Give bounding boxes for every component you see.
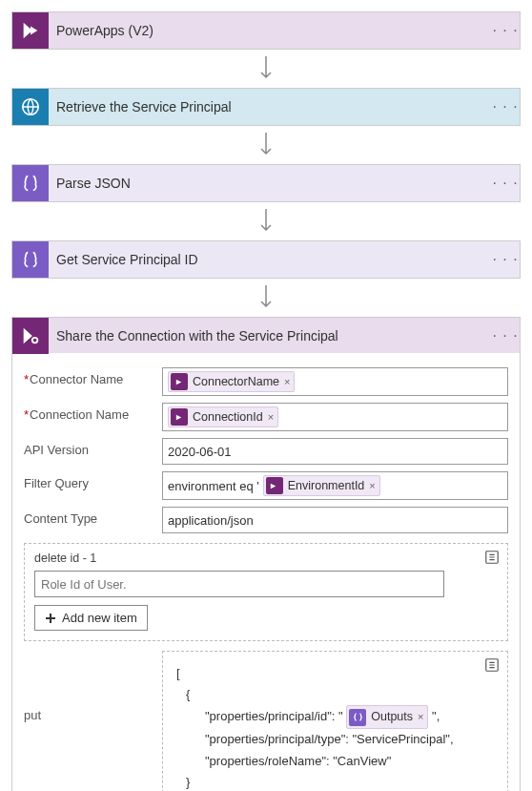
step-menu-button[interactable]: · · · [491, 251, 520, 268]
powerapps-icon [12, 12, 49, 49]
flow-step-powerapps[interactable]: PowerApps (V2) · · · [11, 11, 521, 50]
token-icon [171, 408, 188, 426]
step-title: PowerApps (V2) [49, 23, 491, 38]
globe-icon [12, 89, 49, 125]
token-outputs[interactable]: Outputs × [346, 705, 428, 729]
arrow-down-icon [11, 202, 521, 240]
delete-id-section: delete id - 1 Add new item [24, 543, 508, 641]
share-icon [12, 318, 49, 354]
token-environment-id[interactable]: EnvironmentId × [263, 475, 380, 496]
put-body-input[interactable]: [ { "properties/principal/id": " Outputs… [162, 651, 508, 791]
flow-step-get-sp-id[interactable]: Get Service Principal ID · · · [11, 240, 521, 279]
token-remove-icon[interactable]: × [369, 480, 375, 491]
step-title: Get Service Principal ID [49, 252, 491, 267]
arrow-down-icon [11, 50, 521, 88]
token-icon [171, 373, 188, 390]
input-content-type[interactable]: application/json [162, 507, 508, 533]
flow-step-share-connection: Share the Connection with the Service Pr… [11, 317, 521, 791]
add-new-item-button[interactable]: Add new item [34, 605, 148, 631]
braces-icon [12, 241, 49, 278]
label-connector-name: Connector Name [24, 367, 162, 386]
array-toggle-icon[interactable] [484, 657, 500, 679]
step-menu-button[interactable]: · · · [491, 22, 520, 39]
arrow-down-icon [11, 126, 521, 164]
flow-step-retrieve-sp[interactable]: Retrieve the Service Principal · · · [11, 88, 521, 126]
token-connection-id[interactable]: ConnectionId × [168, 406, 278, 427]
role-id-input[interactable] [34, 571, 444, 597]
step-header[interactable]: Share the Connection with the Service Pr… [11, 317, 521, 353]
step-title: Share the Connection with the Service Pr… [49, 328, 491, 343]
put-label: put [24, 651, 162, 722]
token-icon [266, 477, 283, 494]
step-title: Parse JSON [49, 176, 491, 191]
input-connection-name[interactable]: ConnectionId × [162, 403, 508, 431]
token-connector-name[interactable]: ConnectorName × [168, 371, 295, 392]
input-filter-query[interactable]: environment eq ' EnvironmentId × [162, 471, 508, 500]
token-remove-icon[interactable]: × [418, 708, 423, 726]
label-api-version: API Version [24, 438, 162, 457]
token-icon [349, 709, 366, 726]
svg-point-2 [33, 338, 37, 342]
arrow-down-icon [11, 279, 521, 317]
step-menu-button[interactable]: · · · [491, 175, 520, 192]
label-connection-name: Connection Name [24, 403, 162, 422]
token-remove-icon[interactable]: × [284, 376, 290, 387]
label-content-type: Content Type [24, 507, 162, 526]
flow-step-parse-json[interactable]: Parse JSON · · · [11, 164, 521, 202]
array-toggle-icon[interactable] [484, 550, 500, 568]
step-menu-button[interactable]: · · · [491, 98, 520, 115]
braces-icon [12, 165, 49, 201]
step-title: Retrieve the Service Principal [49, 99, 491, 114]
input-connector-name[interactable]: ConnectorName × [162, 367, 508, 396]
label-filter-query: Filter Query [24, 471, 162, 490]
token-remove-icon[interactable]: × [268, 411, 274, 423]
input-api-version[interactable]: 2020-06-01 [162, 438, 508, 465]
delete-id-label: delete id - 1 [34, 552, 498, 565]
step-menu-button[interactable]: · · · [491, 327, 520, 344]
